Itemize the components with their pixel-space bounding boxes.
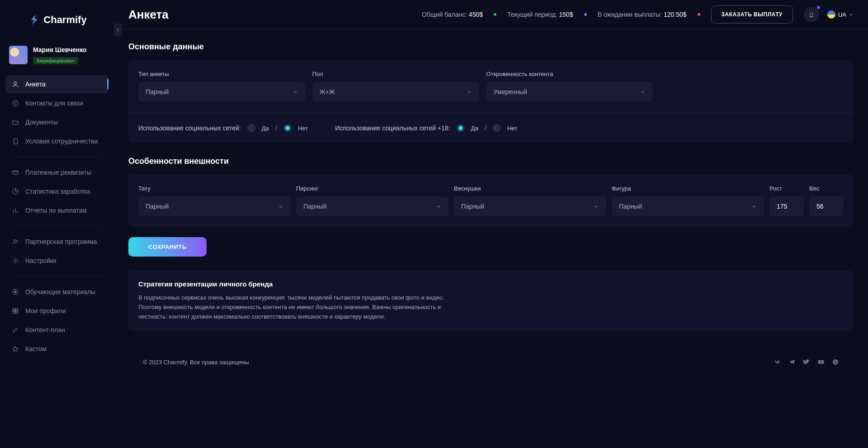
sidebar-item-label: Документы [25, 119, 58, 126]
svg-point-0 [14, 82, 16, 84]
sidebar-item-label: Настройки [25, 257, 57, 264]
sidebar-item-learning[interactable]: Обучающие материалы [5, 283, 108, 301]
chevron-down-icon [640, 89, 646, 95]
sidebar-item-custom[interactable]: Кастом [5, 340, 108, 358]
youtube-icon[interactable] [817, 358, 825, 366]
topbar: Анкета Общий баланс: 450$ Текущий период… [114, 0, 868, 29]
notification-dot [817, 6, 820, 9]
field-tattoo: Тату Парный [138, 185, 291, 216]
basic-data-card: Тип анкеты Парный Пол Ж+Ж [128, 60, 854, 143]
telegram-icon[interactable] [788, 358, 796, 366]
tattoo-select[interactable]: Парный [138, 196, 291, 216]
field-figure: Фигура Парный [612, 185, 764, 216]
sidebar-collapse-button[interactable] [114, 24, 122, 36]
avatar[interactable] [9, 46, 28, 64]
sidebar-item-label: Платежные реквизиты [25, 169, 91, 176]
sidebar-item-content-plan[interactable]: Контент-план [5, 321, 108, 339]
document-icon [12, 138, 19, 145]
sidebar-item-affiliate[interactable]: Партнерская программа [5, 233, 108, 251]
grid-icon [12, 307, 19, 315]
sidebar-item-settings[interactable]: Настройки [5, 252, 108, 270]
balances: Общий баланс: 450$ Текущий период: 150$ … [422, 11, 700, 18]
language-code: UA [838, 11, 846, 18]
notifications-button[interactable] [804, 7, 819, 22]
svg-rect-11 [16, 311, 18, 314]
field-label: Откровенность контента [486, 71, 653, 77]
user-block: Мария Шевченко Верифицирован [0, 39, 114, 71]
chevron-down-icon [436, 204, 441, 209]
svg-point-1 [13, 100, 18, 106]
sidebar-item-label: Анкета [25, 81, 46, 88]
chevron-left-icon [116, 28, 120, 32]
select-value: Парный [146, 88, 169, 95]
skype-icon[interactable] [832, 358, 839, 366]
sidebar-item-contacts[interactable]: Контакты для связи [5, 94, 108, 112]
field-label: Рост [769, 185, 804, 192]
pencil-icon [12, 326, 19, 334]
gender-select[interactable]: Ж+Ж [312, 82, 479, 102]
social18-no-radio[interactable] [493, 124, 501, 132]
save-button[interactable]: СОХРАНИТЬ [128, 237, 207, 257]
status-dot-green [494, 13, 496, 16]
info-body: В подписочных сервисах очень высокая кон… [138, 293, 446, 321]
select-value: Парный [303, 203, 326, 210]
sidebar-item-documents[interactable]: Документы [5, 113, 108, 131]
sidebar-item-terms[interactable]: Условия сотрудничества [5, 132, 108, 150]
chevron-down-icon [292, 89, 298, 95]
sidebar-item-my-profiles[interactable]: Мои профили [5, 302, 108, 320]
sidebar-item-label: Отчеты по выплатам [25, 207, 87, 214]
field-piercing: Пирсинг Парный [296, 185, 448, 216]
svg-rect-8 [13, 309, 15, 311]
nav-divider [13, 157, 101, 157]
social-links [774, 358, 839, 366]
sidebar-item-label: Обучающие материалы [25, 288, 95, 295]
select-value: Парный [146, 203, 169, 210]
social-no-radio[interactable] [283, 124, 292, 132]
balance-value: 450$ [469, 11, 483, 18]
pending-label: В ожидании выплаты: [598, 11, 662, 18]
request-payout-button[interactable]: ЗАКАЗАТЬ ВЫПЛАТУ [711, 5, 793, 24]
sidebar-item-profile[interactable]: Анкета [5, 75, 108, 93]
social18-yes-radio[interactable] [457, 124, 465, 132]
select-value: Парный [619, 203, 642, 210]
radio-label-yes: Да [471, 125, 478, 132]
sidebar-item-label: Кастом [25, 345, 47, 353]
input-value: 175 [777, 203, 787, 210]
nav-divider [13, 276, 101, 276]
profile-type-select[interactable]: Парный [138, 82, 305, 102]
period-value: 150$ [559, 11, 573, 18]
twitter-icon[interactable] [803, 358, 810, 366]
gear-icon [12, 257, 19, 264]
height-input[interactable]: 175 [769, 196, 804, 216]
social-networks-group: Использование социальных сетей: Да / Нет [138, 124, 308, 132]
status-dot-blue [584, 13, 587, 16]
nav-divider [13, 226, 101, 226]
field-freckles: Веснушки Парный [454, 185, 606, 216]
balance-label: Общий баланс: [422, 11, 467, 18]
user-name: Мария Шевченко [33, 46, 87, 53]
freckles-select[interactable]: Парный [454, 196, 606, 216]
field-label: Тату [138, 185, 291, 192]
page-title: Анкета [128, 8, 169, 22]
language-switcher[interactable]: UA [827, 10, 854, 19]
user-icon [12, 81, 19, 88]
vk-icon[interactable] [774, 358, 781, 366]
svg-point-4 [14, 239, 15, 241]
logo[interactable]: Charmify [27, 13, 86, 27]
piercing-select[interactable]: Парный [296, 196, 448, 216]
field-label: Тип анкеты [138, 71, 305, 77]
radio-label-no: Нет [507, 125, 517, 132]
users-icon [12, 238, 19, 245]
section-title-basic: Основные данные [128, 42, 854, 52]
sidebar-item-earnings-stats[interactable]: Статистика заработка [5, 182, 108, 200]
sidebar-item-payout-reports[interactable]: Отчеты по выплатам [5, 201, 108, 219]
flag-ua-icon [827, 10, 835, 19]
explicitness-select[interactable]: Умеренный [486, 82, 653, 102]
sidebar-item-label: Статистика заработка [25, 188, 90, 195]
sidebar-item-payment-details[interactable]: Платежные реквизиты [5, 163, 108, 181]
weight-input[interactable]: 56 [809, 196, 844, 216]
social-yes-radio[interactable] [247, 124, 255, 132]
footer: © 2023 Charmify. Все права защищены [128, 358, 854, 379]
figure-select[interactable]: Парный [612, 196, 764, 216]
social-networks-18-group: Использование социальных сетей +18: Да /… [335, 124, 517, 132]
